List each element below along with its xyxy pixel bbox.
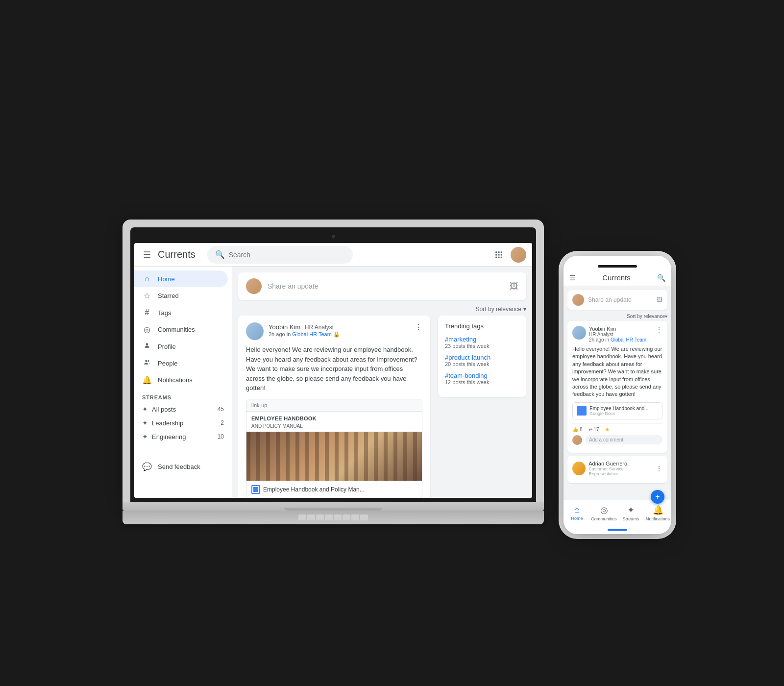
phone-time: 2h ago in Global HR Team — [589, 337, 653, 343]
phone-image-icon[interactable]: 🖼 — [657, 296, 662, 303]
stream-leadership[interactable]: ✦ Leadership 2 — [134, 416, 232, 430]
hamburger-icon[interactable]: ☰ — [140, 246, 154, 263]
send-feedback-button[interactable]: 💬 Send feedback — [134, 458, 228, 475]
phone-attachment[interactable]: Employee Handbook and... Google Docs — [572, 402, 662, 419]
camera-dot — [332, 235, 335, 238]
send-feedback-label: Send feedback — [158, 463, 200, 470]
phone-attachment-name: Employee Handbook and... — [589, 406, 649, 411]
phone-share-action[interactable]: ↩ 17 — [588, 427, 599, 432]
share-placeholder[interactable]: Share an update — [268, 282, 504, 290]
topbar-icons — [491, 247, 526, 263]
doc-icon — [251, 485, 260, 494]
phone-role: HR Analyst — [589, 332, 653, 337]
attachment-footer[interactable]: Employee Handbook and Policy Man... — [246, 481, 422, 498]
search-bar[interactable]: 🔍 — [207, 246, 353, 264]
phone-sort-arrow[interactable]: ▾ — [665, 314, 667, 319]
sidebar-item-home[interactable]: ⌂ Home — [134, 270, 228, 287]
phone-search-icon[interactable]: 🔍 — [657, 274, 665, 282]
sidebar-item-notifications[interactable]: 🔔 Notifications — [134, 371, 228, 389]
profile-icon — [142, 342, 152, 351]
phone-nav-communities[interactable]: ◎ Communities — [590, 500, 617, 525]
sidebar-item-tags[interactable]: # Tags — [134, 304, 228, 321]
sidebar-item-profile[interactable]: Profile — [134, 338, 228, 355]
stream-engineering[interactable]: ✦ Engineering 10 — [134, 430, 232, 443]
grid-icon[interactable] — [491, 247, 507, 263]
phone-nav-home[interactable]: ⌂ Home — [564, 500, 590, 525]
post-more-button[interactable]: ⋮ — [415, 322, 422, 332]
phone-attachment-sub: Google Docs — [589, 411, 649, 416]
post-author: Yoobin Kim — [269, 323, 300, 331]
share-update-box: Share an update 🖼 — [238, 272, 526, 300]
attachment-title: EMPLOYEE HANDBOOK — [246, 412, 422, 423]
star-icon: ☆ — [142, 291, 152, 300]
feed-area: Yoobin Kim HR Analyst 2h ago in Global H… — [238, 316, 434, 498]
phone-post-text: Hello everyone! We are reviewing our emp… — [572, 345, 662, 398]
app-topbar: ☰ Currents 🔍 — [134, 243, 532, 267]
phone-more-button[interactable]: ⋮ — [656, 326, 662, 334]
search-icon: 🔍 — [215, 250, 225, 259]
phone-screen: ☰ Currents 🔍 Share an update 🖼 Sort by r… — [564, 270, 671, 534]
phone-menu-icon[interactable]: ☰ — [569, 274, 576, 282]
post-meta: Yoobin Kim HR Analyst 2h ago in Global H… — [269, 322, 410, 338]
stream-icon-all: ✦ — [142, 405, 148, 413]
user-avatar[interactable] — [511, 247, 526, 263]
phone-post-avatar — [572, 326, 586, 340]
post-text: Hello everyone! We are reviewing our emp… — [246, 345, 422, 393]
phone-sort-bar: Sort by relevance ▾ — [567, 313, 667, 321]
svg-rect-6 — [495, 256, 497, 258]
sidebar-item-communities[interactable]: ◎ Communities — [134, 321, 228, 338]
fab-button[interactable]: + — [651, 490, 664, 504]
tag-name-2[interactable]: #product-launch — [445, 354, 519, 361]
sidebar: ⌂ Home ☆ Starred # Tags — [134, 267, 232, 498]
phone-comment-avatar — [572, 435, 582, 445]
tag-count-3: 12 posts this week — [445, 379, 519, 385]
phone-bell-icon: 🔔 — [653, 505, 663, 515]
share-image-icon[interactable]: 🖼 — [510, 281, 518, 292]
sidebar-label-people: People — [158, 360, 177, 367]
svg-rect-5 — [501, 254, 502, 255]
laptop-screen: ☰ Currents 🔍 — [134, 243, 532, 498]
stream-badge-leadership: 2 — [220, 419, 224, 426]
tags-icon: # — [142, 308, 152, 317]
phone-share-placeholder[interactable]: Share an update — [588, 296, 653, 303]
stream-all-posts[interactable]: ✦ All posts 45 — [134, 402, 232, 416]
trending-card: Trending tags #marketing 23 posts this w… — [438, 316, 526, 397]
stream-label-engineering: Engineering — [152, 433, 186, 441]
phone-next-more[interactable]: ⋮ — [656, 465, 662, 472]
search-input[interactable] — [229, 251, 345, 259]
phone-community[interactable]: Global HR Team — [611, 337, 646, 343]
tag-name-1[interactable]: #marketing — [445, 336, 519, 343]
sidebar-label-communities: Communities — [158, 326, 195, 333]
svg-point-10 — [145, 360, 147, 362]
sidebar-item-starred[interactable]: ☆ Starred — [134, 287, 228, 304]
sidebar-label-profile: Profile — [158, 343, 176, 350]
trending-tag-2: #product-launch 20 posts this week — [445, 354, 519, 367]
communities-icon: ◎ — [142, 325, 152, 334]
phone-topbar: ☰ Currents 🔍 — [564, 270, 671, 286]
sort-label[interactable]: Sort by relevance — [476, 306, 521, 313]
phone-sort-label[interactable]: Sort by relevance — [627, 314, 665, 319]
sort-arrow[interactable]: ▾ — [523, 306, 526, 313]
share-avatar — [246, 278, 262, 294]
phone-star-action[interactable]: ★ — [605, 427, 610, 432]
phone-streams-icon: ✦ — [627, 505, 635, 515]
phone-nav-notifications-label: Notifications — [646, 516, 670, 521]
post-community[interactable]: Global HR Team — [292, 331, 332, 337]
tag-name-3[interactable]: #team-bonding — [445, 372, 519, 379]
phone-share-icon: ↩ — [588, 427, 592, 432]
sidebar-item-people[interactable]: People — [134, 355, 228, 371]
laptop-foot — [122, 511, 544, 524]
post-time: 2h ago in Global HR Team 🔒 — [269, 331, 410, 338]
phone-comment-input[interactable]: Add a comment — [585, 435, 662, 444]
sidebar-label-starred: Starred — [158, 292, 179, 299]
attachment-subtitle: AND POLICY MANUAL — [246, 423, 422, 432]
phone-like-button[interactable]: 👍 8 — [572, 427, 583, 432]
phone-content: Share an update 🖼 Sort by relevance ▾ Yo… — [564, 286, 671, 500]
phone-share-box: Share an update 🖼 — [567, 290, 667, 310]
stream-icon-engineering: ✦ — [142, 433, 148, 441]
phone-nav-communities-label: Communities — [591, 516, 617, 521]
phone-nav-streams[interactable]: ✦ Streams — [617, 500, 644, 525]
trending-tag-3: #team-bonding 12 posts this week — [445, 372, 519, 385]
phone-nav-notifications[interactable]: 🔔 Notifications — [644, 500, 671, 525]
bell-icon: 🔔 — [142, 375, 152, 385]
